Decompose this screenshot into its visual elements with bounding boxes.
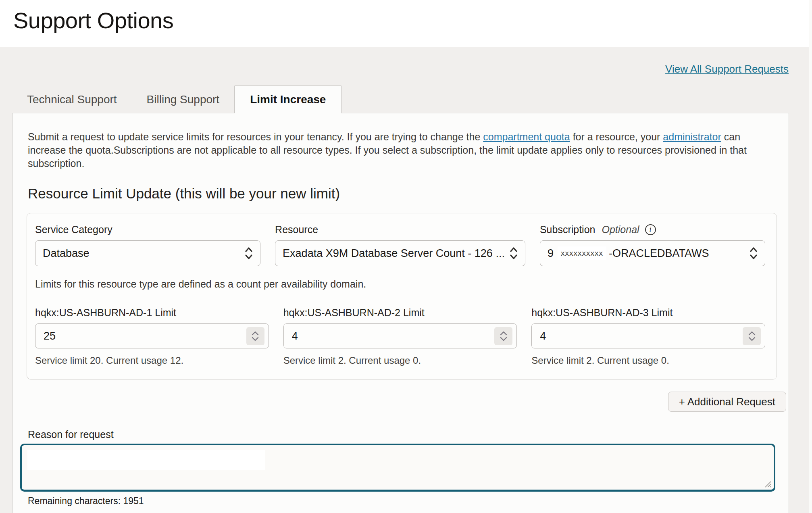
resource-field: Resource Exadata X9M Database Server Cou… bbox=[275, 224, 525, 266]
subscription-value-prefix: 9 bbox=[548, 247, 554, 260]
service-category-select[interactable]: Database bbox=[35, 240, 260, 266]
resource-limit-update-heading: Resource Limit Update (this will be your… bbox=[28, 186, 773, 202]
additional-request-button[interactable]: + Additional Request bbox=[668, 392, 786, 412]
subscription-field: Subscription Optional i 9xxxxxxxxxx-ORAC… bbox=[540, 224, 765, 266]
chevron-down-icon bbox=[748, 337, 756, 341]
availability-domain-note: Limits for this resource type are define… bbox=[35, 278, 765, 290]
subscription-masked-id: xxxxxxxxxx bbox=[558, 246, 606, 260]
ad1-limit-field: hqkx:US-ASHBURN-AD-1 Limit Service limit… bbox=[35, 307, 269, 366]
tab-limit-increase[interactable]: Limit Increase bbox=[234, 86, 341, 113]
resource-limit-card: Service Category Database Resource Exada… bbox=[27, 213, 777, 380]
ad3-limit-helper: Service limit 2. Current usage 0. bbox=[531, 355, 765, 366]
intro-paragraph: Submit a request to update service limit… bbox=[28, 130, 773, 170]
ad-limits-row: hqkx:US-ASHBURN-AD-1 Limit Service limit… bbox=[35, 307, 765, 366]
panel-content: Submit a request to update service limit… bbox=[12, 113, 789, 513]
support-tabs: Technical Support Billing Support Limit … bbox=[27, 86, 341, 113]
page-title: Support Options bbox=[13, 7, 173, 33]
resize-handle-icon[interactable] bbox=[763, 479, 772, 488]
resource-value: Exadata X9M Database Server Count - 126 … bbox=[283, 247, 505, 260]
chevron-down-icon bbox=[500, 337, 507, 341]
info-icon[interactable]: i bbox=[645, 224, 656, 235]
view-all-support-requests-link[interactable]: View All Support Requests bbox=[665, 63, 789, 75]
page-header: Support Options bbox=[0, 0, 812, 47]
subscription-value: 9xxxxxxxxxx-ORACLEDBATAWS bbox=[548, 246, 745, 260]
reason-for-request-label: Reason for request bbox=[28, 429, 773, 440]
intro-text-1: Submit a request to update service limit… bbox=[28, 131, 483, 142]
selector-row: Service Category Database Resource Exada… bbox=[35, 224, 765, 266]
subscription-label: Subscription bbox=[540, 224, 595, 236]
ad2-limit-input[interactable] bbox=[283, 323, 517, 348]
ad3-limit-input-shell bbox=[531, 323, 765, 348]
limit-increase-panel: Submit a request to update service limit… bbox=[12, 113, 789, 513]
support-options-page: Support Options View All Support Request… bbox=[0, 0, 812, 513]
ad3-limit-field: hqkx:US-ASHBURN-AD-3 Limit Service limit… bbox=[531, 307, 765, 366]
chevron-up-icon bbox=[500, 331, 507, 336]
service-category-label: Service Category bbox=[35, 224, 260, 236]
ad3-limit-input[interactable] bbox=[531, 323, 765, 348]
ad2-limit-stepper[interactable] bbox=[494, 327, 512, 345]
chevron-up-down-icon bbox=[244, 245, 254, 261]
service-category-value: Database bbox=[43, 247, 240, 260]
service-category-field: Service Category Database bbox=[35, 224, 260, 266]
chevron-up-icon bbox=[252, 331, 259, 336]
tab-billing-support[interactable]: Billing Support bbox=[147, 93, 220, 106]
reason-textarea[interactable] bbox=[22, 445, 774, 490]
vertical-scrollbar[interactable] bbox=[809, 0, 812, 513]
ad1-limit-input-shell bbox=[35, 323, 269, 348]
reason-textarea-container bbox=[20, 444, 775, 492]
chevron-up-down-icon bbox=[749, 245, 758, 261]
resource-label: Resource bbox=[275, 224, 525, 236]
ad2-limit-helper: Service limit 2. Current usage 0. bbox=[283, 355, 517, 366]
card-actions: + Additional Request bbox=[28, 392, 786, 412]
ad2-limit-label: hqkx:US-ASHBURN-AD-2 Limit bbox=[283, 307, 517, 319]
ad1-limit-input[interactable] bbox=[35, 323, 269, 348]
ad3-limit-stepper[interactable] bbox=[743, 327, 761, 345]
ad2-limit-input-shell bbox=[283, 323, 517, 348]
chevron-up-down-icon bbox=[509, 245, 518, 261]
ad1-limit-helper: Service limit 20. Current usage 12. bbox=[35, 355, 269, 366]
ad1-limit-stepper[interactable] bbox=[246, 327, 264, 345]
ad3-limit-label: hqkx:US-ASHBURN-AD-3 Limit bbox=[531, 307, 765, 319]
ad1-limit-label: hqkx:US-ASHBURN-AD-1 Limit bbox=[35, 307, 269, 319]
administrator-link[interactable]: administrator bbox=[663, 131, 721, 142]
chevron-up-icon bbox=[748, 331, 756, 336]
subscription-label-row: Subscription Optional i bbox=[540, 224, 765, 236]
chevron-down-icon bbox=[252, 337, 259, 341]
ad2-limit-field: hqkx:US-ASHBURN-AD-2 Limit Service limit… bbox=[283, 307, 517, 366]
remaining-characters-text: Remaining characters: 1951 bbox=[28, 496, 773, 507]
subscription-value-suffix: -ORACLEDBATAWS bbox=[609, 247, 709, 260]
compartment-quota-link[interactable]: compartment quota bbox=[483, 131, 570, 142]
intro-text-2: for a resource, your bbox=[570, 131, 663, 142]
subscription-select[interactable]: 9xxxxxxxxxx-ORACLEDBATAWS bbox=[540, 240, 765, 266]
resource-select[interactable]: Exadata X9M Database Server Count - 126 … bbox=[275, 240, 525, 266]
tab-technical-support[interactable]: Technical Support bbox=[27, 93, 117, 106]
subscription-optional-tag: Optional bbox=[602, 224, 639, 236]
